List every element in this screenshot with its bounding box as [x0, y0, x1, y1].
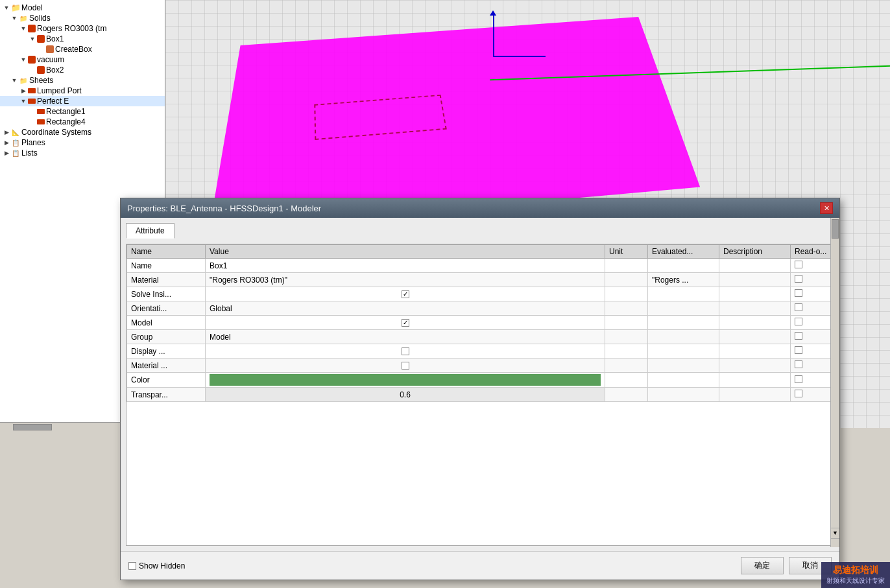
solveinside-checkbox[interactable]: [402, 290, 409, 298]
dialog-scrollbar[interactable]: ▼: [830, 218, 839, 547]
materialc-checkbox[interactable]: [402, 362, 409, 370]
row-group-value[interactable]: Model: [206, 330, 605, 344]
expand-box2[interactable]: [29, 66, 36, 74]
expand-solids[interactable]: ▼: [10, 14, 18, 22]
tree-item-vacuum[interactable]: ▼ vacuum: [0, 54, 165, 65]
expand-box1[interactable]: ▼: [29, 35, 36, 43]
table-row: Solve Insi...: [127, 287, 834, 301]
row-group-field: Group: [127, 330, 206, 344]
tree-item-lists[interactable]: ▶ 📋 Lists: [0, 148, 165, 158]
vacuum-label: vacuum: [37, 55, 64, 64]
scrollbar-thumb[interactable]: [13, 424, 52, 430]
col-name-header: Name: [127, 245, 206, 259]
row-material-field: Material: [127, 273, 206, 287]
expand-coord[interactable]: ▶: [3, 128, 10, 136]
table-row: Material ...: [127, 359, 834, 373]
show-hidden-checkbox[interactable]: [128, 562, 136, 570]
rogers-label: Rogers RO3003 (tm: [37, 24, 106, 33]
readonly-checkbox[interactable]: [795, 318, 802, 325]
table-row: Group Model: [127, 330, 834, 344]
readonly-checkbox[interactable]: [795, 261, 802, 268]
dialog-scroll-thumb[interactable]: [832, 219, 839, 239]
planes-label: Planes: [21, 138, 45, 147]
box2-label: Box2: [46, 65, 64, 75]
tree-item-rectangle4[interactable]: Rectangle4: [0, 117, 165, 127]
readonly-checkbox[interactable]: [795, 346, 802, 354]
row-name-value[interactable]: Box1: [206, 259, 605, 273]
row-solveinsi-value[interactable]: [206, 287, 605, 301]
row-solveinsi-field: Solve Insi...: [127, 287, 206, 301]
row-transp-description: [719, 388, 791, 402]
sheets-label: Sheets: [29, 76, 53, 85]
tree-item-lumped-port[interactable]: ▶ Lumped Port: [0, 86, 165, 96]
box2-icon: [37, 66, 45, 74]
readonly-checkbox[interactable]: [795, 375, 802, 383]
row-orient-value[interactable]: Global: [206, 301, 605, 316]
tree-item-perfect-e[interactable]: ▼ Perfect E: [0, 96, 165, 106]
tree-item-rogers[interactable]: ▼ Rogers RO3003 (tm: [0, 23, 165, 34]
tree-item-createbox[interactable]: CreateBox: [0, 44, 165, 54]
expand-rect1[interactable]: [29, 108, 36, 115]
tree-item-solids[interactable]: ▼ 📁 Solids: [0, 13, 165, 23]
model-checkbox[interactable]: [402, 319, 409, 327]
scroll-down-btn[interactable]: ▼: [831, 528, 839, 537]
lumped-port-icon: [28, 88, 36, 93]
expand-perfect-e[interactable]: ▼: [19, 97, 27, 105]
row-model-value[interactable]: [206, 316, 605, 330]
expand-lists[interactable]: ▶: [3, 149, 10, 157]
expand-createbox[interactable]: [38, 45, 45, 53]
row-materialc-value[interactable]: [206, 359, 605, 373]
coord-icon: 📐: [11, 128, 20, 137]
col-evaluated-header: Evaluated...: [648, 245, 719, 259]
readonly-checkbox[interactable]: [795, 303, 802, 311]
expand-planes[interactable]: ▶: [3, 139, 10, 147]
tree-item-planes[interactable]: ▶ 📋 Planes: [0, 137, 165, 148]
ok-button[interactable]: 确定: [741, 557, 784, 574]
expand-sheets[interactable]: ▼: [10, 76, 18, 84]
row-solveinsi-description: [719, 287, 791, 301]
readonly-checkbox[interactable]: [795, 390, 802, 397]
rectangle1-label: Rectangle1: [46, 107, 86, 116]
row-solveinsi-readonly: [791, 287, 834, 301]
blue-arrow-head: [490, 10, 496, 16]
properties-dialog: Properties: BLE_Antenna - HFSSDesign1 - …: [120, 198, 840, 580]
row-display-value[interactable]: [206, 344, 605, 359]
readonly-checkbox[interactable]: [795, 332, 802, 340]
tree-item-sheets[interactable]: ▼ 📁 Sheets: [0, 75, 165, 86]
lumped-port-label: Lumped Port: [37, 86, 82, 95]
dialog-footer: Show Hidden 确定 取消: [121, 551, 839, 580]
row-color-unit: [605, 373, 648, 388]
col-unit-header: Unit: [605, 245, 648, 259]
expand-lumped-port[interactable]: ▶: [19, 87, 27, 95]
table-row: Display ...: [127, 344, 834, 359]
tree-item-rectangle1[interactable]: Rectangle1: [0, 106, 165, 117]
dialog-close-button[interactable]: ✕: [820, 202, 833, 214]
expand-vacuum[interactable]: ▼: [19, 56, 27, 64]
tree-item-coord[interactable]: ▶ 📐 Coordinate Systems: [0, 127, 165, 137]
readonly-checkbox[interactable]: [795, 275, 802, 283]
row-group-unit: [605, 330, 648, 344]
row-transp-value[interactable]: 0.6: [206, 388, 605, 402]
row-name-unit: [605, 259, 648, 273]
color-swatch[interactable]: [210, 374, 601, 386]
readonly-checkbox[interactable]: [795, 289, 802, 297]
createbox-icon: [46, 45, 54, 53]
row-model-field: Model: [127, 316, 206, 330]
expand-model[interactable]: ▼: [3, 4, 10, 12]
tree-item-box1[interactable]: ▼ Box1: [0, 34, 165, 44]
perfect-e-label: Perfect E: [37, 97, 69, 106]
solids-icon: 📁: [19, 14, 28, 23]
tab-attribute[interactable]: Attribute: [126, 223, 174, 239]
dialog-title: Properties: BLE_Antenna - HFSSDesign1 - …: [127, 204, 321, 213]
row-orient-description: [719, 301, 791, 316]
tree-item-model[interactable]: ▼ 📁 Model: [0, 3, 165, 13]
table-row: Orientati... Global: [127, 301, 834, 316]
readonly-checkbox[interactable]: [795, 360, 802, 368]
row-color-value[interactable]: [206, 373, 605, 388]
expand-rogers[interactable]: ▼: [19, 25, 27, 32]
row-material-description: [719, 273, 791, 287]
row-material-value[interactable]: "Rogers RO3003 (tm)": [206, 273, 605, 287]
tree-item-box2[interactable]: Box2: [0, 65, 165, 75]
display-checkbox[interactable]: [402, 347, 409, 355]
expand-rect4[interactable]: [29, 118, 36, 126]
